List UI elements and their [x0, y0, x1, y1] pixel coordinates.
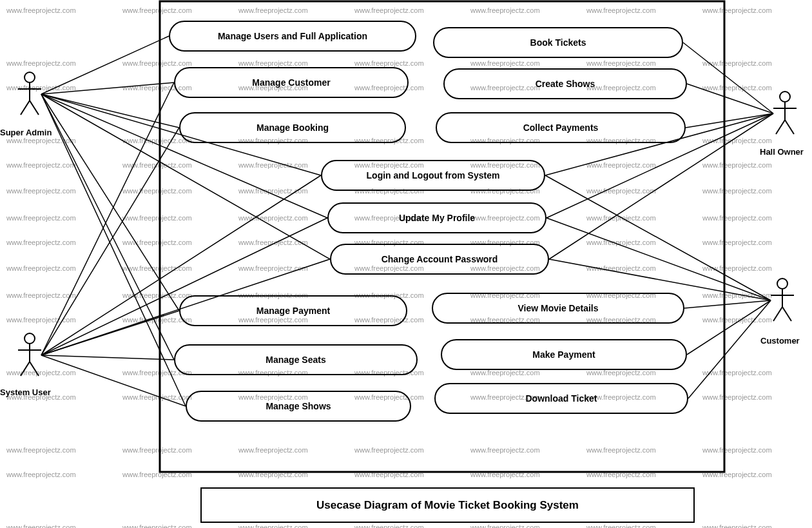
usecase-u_update_profile: Update My Profile [327, 202, 546, 233]
actor-label-system_user: System User [0, 387, 51, 397]
actor-label-hall_owner: Hall Owner [760, 147, 804, 157]
usecase-label: Manage Seats [266, 355, 325, 365]
usecase-u_book_tickets: Book Tickets [433, 27, 683, 58]
usecase-u_manage_users: Manage Users and Full Application [169, 21, 416, 52]
actor-label-customer: Customer [760, 336, 800, 346]
usecase-label: Make Payment [532, 349, 595, 360]
usecase-label: Manage Customer [252, 77, 330, 88]
usecase-label: Manage Payment [256, 306, 330, 316]
usecase-label: Create Shows [536, 79, 595, 89]
usecase-u_manage_customer: Manage Customer [174, 67, 409, 98]
usecase-u_create_shows: Create Shows [443, 68, 687, 99]
usecase-label: Download Ticket [526, 393, 597, 404]
usecase-u_collect_pay: Collect Payments [436, 112, 686, 143]
usecase-label: Collect Payments [523, 122, 599, 133]
usecase-u_view_movie: View Movie Details [432, 293, 684, 324]
usecase-u_login: Login and Logout from System [321, 160, 545, 191]
usecase-u_change_pwd: Change Account Password [330, 244, 549, 275]
usecase-label: Login and Logout from System [367, 170, 500, 181]
usecase-label: Manage Users and Full Application [218, 31, 367, 41]
actor-label-super_admin: Super Admin [0, 128, 52, 137]
usecase-u_manage_payment: Manage Payment [179, 295, 407, 326]
usecase-label: Manage Booking [256, 122, 329, 133]
usecase-layer: Super AdminSystem UserHall OwnerCustomer… [0, 0, 812, 528]
usecase-u_manage_booking: Manage Booking [179, 112, 406, 143]
usecase-u_manage_shows: Manage Shows [186, 391, 411, 422]
usecase-u_download: Download Ticket [434, 383, 688, 414]
usecase-label: Update My Profile [399, 213, 475, 223]
usecase-label: Change Account Password [382, 254, 498, 264]
usecase-label: Manage Shows [266, 401, 331, 411]
usecase-label: View Movie Details [517, 303, 598, 313]
usecase-u_make_payment: Make Payment [441, 339, 687, 370]
usecase-u_manage_seats: Manage Seats [174, 344, 418, 375]
usecase-label: Book Tickets [530, 37, 586, 48]
